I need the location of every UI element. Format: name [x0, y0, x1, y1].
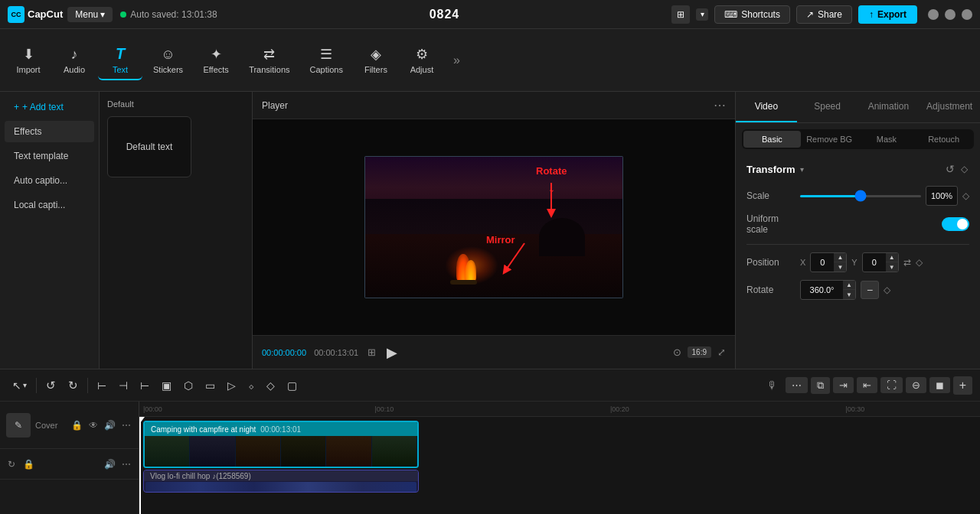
- sidebar-item-text-template[interactable]: Text template: [5, 145, 94, 167]
- layout-btn[interactable]: ⊞: [671, 5, 690, 24]
- tl-align-btn[interactable]: ⇥: [833, 377, 854, 393]
- rotate-row-label: Rotate: [746, 285, 800, 295]
- track-vol-btn[interactable]: 🔊: [103, 418, 117, 432]
- grid-view-btn[interactable]: ⊞: [366, 345, 377, 359]
- tool-import[interactable]: ⬇ Import: [6, 41, 51, 79]
- share-button[interactable]: ↗ Share: [796, 5, 852, 24]
- transform-collapse-icon[interactable]: ▾: [800, 165, 804, 174]
- rotate-up-btn[interactable]: ▲: [843, 281, 855, 290]
- tl-redo-btn[interactable]: ↻: [64, 376, 83, 395]
- tl-trim-right-btn[interactable]: ⊢: [136, 377, 154, 394]
- audio-vol-btn[interactable]: 🔊: [103, 457, 117, 471]
- audio-track-loop-btn[interactable]: ↻: [6, 457, 17, 471]
- position-controls: X 0 ▲ ▼ Y 0 ▲ ▼: [800, 252, 969, 272]
- tl-stop-btn[interactable]: ◼: [929, 377, 950, 393]
- ruler-mark-0: |00:00: [143, 405, 162, 413]
- tl-crop2-btn[interactable]: ▢: [283, 377, 302, 394]
- uniform-scale-toggle[interactable]: [942, 217, 969, 231]
- tab-speed[interactable]: Speed: [797, 92, 858, 122]
- tool-effects[interactable]: ✦ Effects: [194, 41, 238, 79]
- tl-mic-btn[interactable]: 🎙: [763, 377, 782, 394]
- scale-slider[interactable]: [800, 195, 921, 197]
- add-text-btn[interactable]: + + Add text: [5, 96, 94, 118]
- tool-filters[interactable]: ◈ Filters: [354, 41, 398, 79]
- scale-down-btn[interactable]: ▼: [957, 196, 958, 205]
- sidebar-item-effects[interactable]: Effects: [5, 121, 94, 142]
- time-total: 00:00:13:01: [314, 348, 358, 357]
- subtab-mask[interactable]: Mask: [858, 131, 916, 148]
- tl-scale-btn[interactable]: ▭: [201, 377, 220, 394]
- fullscreen-btn[interactable]: ⤢: [717, 346, 726, 358]
- player-options-icon[interactable]: ⋯: [714, 98, 726, 112]
- tl-keyframe-btn[interactable]: ◇: [262, 377, 279, 394]
- pos-keyframe-btn[interactable]: ◇: [916, 257, 923, 268]
- shortcuts-button[interactable]: ⌨ Shortcuts: [714, 5, 790, 24]
- maximize-button[interactable]: [945, 9, 956, 20]
- default-text-card[interactable]: Default text: [107, 116, 191, 177]
- menu-arrow-icon: ▾: [100, 9, 105, 20]
- tab-animation[interactable]: Animation: [858, 92, 920, 122]
- tab-adjustment[interactable]: Adjustment: [919, 92, 980, 122]
- tab-video[interactable]: Video: [736, 92, 797, 122]
- rotate-keyframe-btn[interactable]: ◇: [884, 285, 890, 295]
- tl-delete-btn[interactable]: ▣: [157, 377, 176, 394]
- audio-track-lock-btn[interactable]: 🔒: [21, 457, 36, 471]
- player-title: Player: [262, 100, 288, 111]
- audio-more-btn[interactable]: ⋯: [120, 457, 132, 471]
- x-up-btn[interactable]: ▲: [834, 253, 846, 262]
- tl-link-btn[interactable]: ⋯: [786, 377, 808, 393]
- sidebar-item-local-caption[interactable]: Local capti...: [5, 194, 94, 216]
- player-header: Player ⋯: [253, 92, 735, 119]
- pos-arrows-btn[interactable]: ⇄: [903, 257, 911, 268]
- tl-zoom-out-btn[interactable]: ⊖: [906, 377, 926, 393]
- tl-split-btn[interactable]: ⊢: [93, 377, 111, 394]
- subtab-basic[interactable]: Basic: [743, 131, 801, 148]
- close-button[interactable]: [962, 9, 972, 20]
- scale-keyframe-btn[interactable]: ◇: [962, 190, 969, 201]
- tool-transitions[interactable]: ⇄ Transitions: [240, 41, 299, 79]
- screenshot-btn[interactable]: ⊙: [673, 346, 681, 358]
- tl-play-btn[interactable]: ▷: [223, 377, 240, 394]
- adjust-label: Adjust: [410, 65, 434, 74]
- tool-stickers[interactable]: ☺ Stickers: [144, 42, 192, 79]
- tl-trim-left-btn[interactable]: ⊣: [114, 377, 132, 394]
- tl-freeze-btn[interactable]: ⬦: [243, 377, 259, 394]
- tl-add-btn[interactable]: +: [953, 376, 972, 395]
- track-eye-btn[interactable]: 👁: [87, 418, 100, 432]
- tl-undo-btn[interactable]: ↺: [41, 376, 60, 395]
- video-clip-track[interactable]: Camping with campfire at night 00:00:13:…: [143, 421, 419, 468]
- tool-audio[interactable]: ♪ Audio: [52, 42, 96, 79]
- track-lock-btn[interactable]: 🔒: [70, 418, 84, 432]
- tl-view-btn[interactable]: ⛶: [880, 377, 903, 393]
- sidebar-item-auto-caption[interactable]: Auto captio...: [5, 170, 94, 191]
- play-button[interactable]: ▶: [385, 343, 399, 363]
- tool-adjust[interactable]: ⚙ Adjust: [400, 41, 444, 79]
- tl-select-btn[interactable]: ↖▾: [8, 377, 31, 394]
- rotate-down-btn[interactable]: ▼: [843, 290, 855, 299]
- tl-crop-btn[interactable]: ⬡: [179, 377, 198, 394]
- more-tools-btn[interactable]: »: [447, 50, 466, 70]
- menu-button[interactable]: Menu ▾: [67, 7, 113, 22]
- timeline: ↖▾ ↺ ↻ ⊢ ⊣ ⊢ ▣ ⬡ ▭ ▷ ⬦ ◇ ▢ 🎙 ⋯ ⧉ ⇥ ⇤ ⛶ ⊖…: [0, 369, 980, 514]
- y-up-btn[interactable]: ▲: [886, 253, 898, 262]
- subtab-remove-bg[interactable]: Remove BG: [801, 131, 858, 148]
- minimize-button[interactable]: [928, 9, 939, 20]
- tl-sticker-btn[interactable]: ⧉: [811, 377, 830, 394]
- tool-text[interactable]: T Text: [98, 41, 142, 80]
- export-button[interactable]: ↑ Export: [858, 5, 917, 24]
- time-current: 00:00:00:00: [262, 348, 306, 357]
- track-more-btn[interactable]: ⋯: [120, 418, 132, 432]
- couple-silhouette: [539, 218, 585, 256]
- tl-snap-btn[interactable]: ⇤: [857, 377, 877, 393]
- scale-up-btn[interactable]: ▲: [957, 187, 958, 196]
- tool-captions[interactable]: ☰ Captions: [301, 41, 352, 79]
- subtab-retouch[interactable]: Retouch: [915, 131, 972, 148]
- layout-arrow-btn[interactable]: ▾: [696, 8, 708, 21]
- audio-clip-track[interactable]: Vlog lo-fi chill hop ♪(1258569): [143, 470, 419, 493]
- y-down-btn[interactable]: ▼: [886, 262, 898, 272]
- transform-reset-btn[interactable]: ↺: [944, 161, 956, 177]
- rotate-minus-btn[interactable]: −: [861, 281, 879, 299]
- transform-diamond-btn[interactable]: ◇: [959, 161, 969, 177]
- x-down-btn[interactable]: ▼: [834, 262, 846, 272]
- share-icon: ↗: [806, 9, 814, 20]
